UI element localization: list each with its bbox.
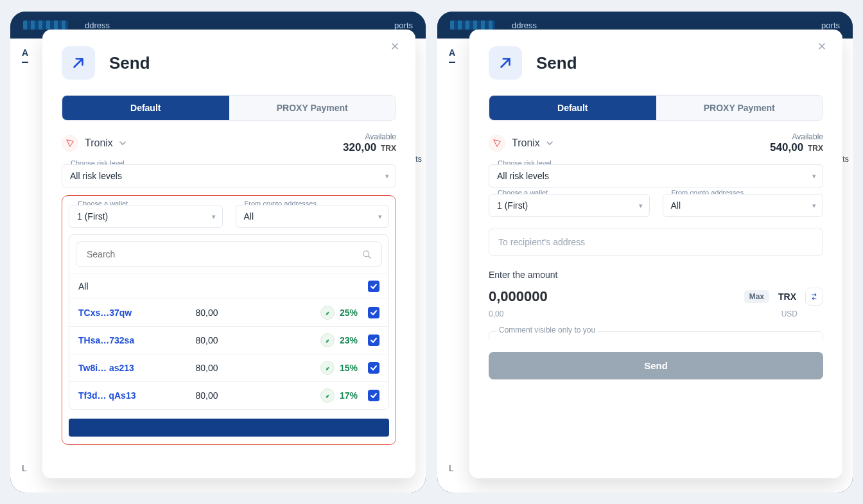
- tab-proxy[interactable]: PROXY Payment: [656, 96, 823, 120]
- logo: [23, 21, 68, 30]
- amount-value[interactable]: 0,000000: [489, 288, 548, 305]
- app-window-left: ddress ports A its L Send Default PROXY …: [10, 12, 426, 492]
- tab-default[interactable]: Default: [62, 96, 229, 120]
- search-input[interactable]: [85, 248, 356, 260]
- amount-sub: 0,00: [489, 309, 503, 318]
- caret-down-icon: ▾: [639, 202, 643, 210]
- send-modal-left: Send Default PROXY Payment Tronix Availa…: [42, 30, 415, 478]
- under-bottom-text: L: [22, 463, 27, 473]
- available-label: Available: [770, 132, 823, 141]
- wallet-select[interactable]: 1 (First) ▾: [489, 194, 650, 217]
- recipient-input[interactable]: To recipient's address: [489, 229, 823, 256]
- checkbox-checked-icon[interactable]: [368, 307, 379, 318]
- from-select[interactable]: All ▾: [663, 194, 824, 217]
- address-dropdown: All TCxs…37qw 80,00 25% THsa…732sa 80,00…: [69, 234, 389, 410]
- topbar-item[interactable]: ddress: [512, 21, 537, 30]
- address-row[interactable]: THsa…732sa 80,00 23%: [69, 326, 388, 354]
- close-icon[interactable]: [390, 41, 403, 54]
- topbar-item[interactable]: ddress: [85, 21, 110, 30]
- available-amount: 320,00: [343, 141, 376, 153]
- send-modal-right: Send Default PROXY Payment Tronix Availa…: [469, 30, 842, 478]
- caret-down-icon: ▾: [385, 172, 389, 180]
- eco-icon: [320, 388, 335, 403]
- risk-select[interactable]: All risk levels ▾: [489, 164, 823, 187]
- currency-sub: USD: [781, 309, 798, 318]
- available-symbol: TRX: [808, 144, 823, 153]
- comment-field[interactable]: Comment visible only to you: [489, 331, 823, 340]
- search-icon: [361, 248, 372, 260]
- address-row[interactable]: TCxs…37qw 80,00 25%: [69, 299, 388, 326]
- checkbox-checked-icon[interactable]: [368, 335, 379, 346]
- amount-label: Enter the amount: [489, 270, 823, 280]
- send-icon: [489, 46, 522, 80]
- send-mode-segment: Default PROXY Payment: [489, 95, 823, 121]
- send-mode-segment: Default PROXY Payment: [62, 95, 396, 121]
- caret-down-icon: ▾: [378, 213, 382, 221]
- tronix-icon: [489, 135, 505, 152]
- send-button[interactable]: Send: [489, 352, 823, 379]
- currency-main: TRX: [778, 291, 796, 302]
- tronix-icon: [62, 135, 78, 152]
- eco-icon: [320, 361, 335, 375]
- address-row-all[interactable]: All: [69, 274, 388, 299]
- available-symbol: TRX: [381, 144, 396, 153]
- address-row[interactable]: Tw8i… as213 80,00 15%: [69, 354, 388, 381]
- send-icon: [62, 46, 95, 80]
- under-bottom-text: L: [449, 463, 454, 473]
- address-row[interactable]: Tf3d… qAs13 80,00 17%: [69, 381, 388, 409]
- checkbox-checked-icon[interactable]: [368, 281, 379, 292]
- topbar-item[interactable]: ports: [821, 21, 840, 30]
- caret-down-icon[interactable]: [546, 140, 553, 146]
- caret-down-icon: ▾: [212, 213, 216, 221]
- eco-icon: [320, 333, 335, 347]
- caret-down-icon: ▾: [812, 202, 816, 210]
- highlight-frame: Choose a wallet 1 (First) ▾ From crypto …: [62, 195, 396, 445]
- under-tab[interactable]: A: [22, 48, 28, 63]
- primary-button[interactable]: [69, 419, 389, 437]
- risk-select[interactable]: All risk levels ▾: [62, 164, 396, 187]
- modal-title: Send: [536, 53, 577, 73]
- comment-label: Comment visible only to you: [496, 326, 598, 335]
- tab-default[interactable]: Default: [489, 96, 656, 120]
- available-label: Available: [343, 132, 396, 141]
- max-button[interactable]: Max: [744, 290, 769, 303]
- coin-name[interactable]: Tronix: [512, 137, 540, 149]
- caret-down-icon: ▾: [812, 172, 816, 180]
- available-amount: 540,00: [770, 141, 803, 153]
- swap-currency-icon[interactable]: [805, 288, 823, 306]
- checkbox-checked-icon[interactable]: [368, 390, 379, 401]
- svg-point-0: [363, 251, 369, 257]
- under-tab[interactable]: A: [449, 48, 455, 63]
- coin-name[interactable]: Tronix: [85, 137, 113, 149]
- checkbox-checked-icon[interactable]: [368, 362, 379, 374]
- tab-proxy[interactable]: PROXY Payment: [229, 96, 396, 120]
- app-window-right: ddress ports A its L Send Default PROXY …: [437, 12, 853, 492]
- search-field[interactable]: [76, 241, 382, 267]
- logo: [450, 21, 495, 30]
- from-select[interactable]: All ▾: [236, 205, 390, 228]
- modal-title: Send: [109, 53, 150, 73]
- page: ddress ports A its L Send Default PROXY …: [0, 0, 863, 504]
- caret-down-icon[interactable]: [119, 140, 126, 146]
- topbar-item[interactable]: ports: [394, 21, 413, 30]
- close-icon[interactable]: [817, 41, 830, 54]
- wallet-select[interactable]: 1 (First) ▾: [69, 205, 223, 228]
- eco-icon: [320, 306, 335, 320]
